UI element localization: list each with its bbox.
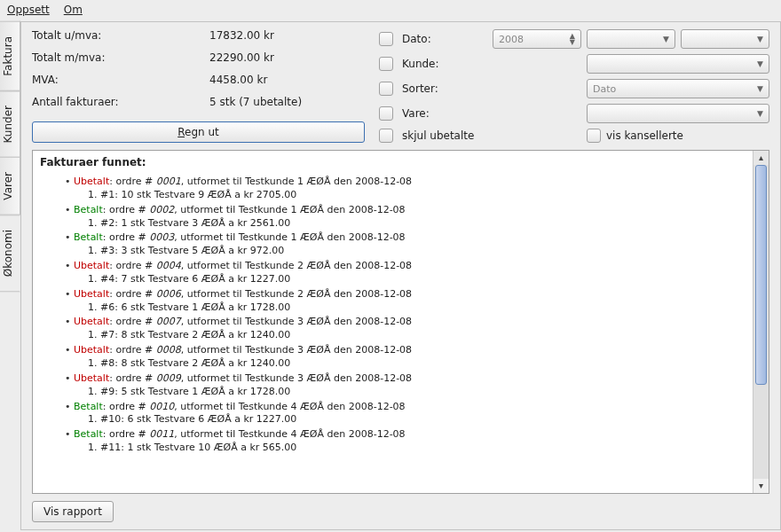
order-line: 1. #1: 10 stk Testvare 9 ÆØÅ a kr 2705.0… bbox=[65, 189, 742, 202]
status-badge: Ubetalt bbox=[74, 288, 109, 300]
date-checkbox[interactable] bbox=[379, 32, 393, 46]
status-badge: Ubetalt bbox=[74, 344, 109, 356]
result-item: Betalt: ordre # 0003, utformet til Testk… bbox=[65, 231, 742, 258]
order-line: 1. #6: 6 stk Testvare 1 ÆØÅ a kr 1728.00 bbox=[65, 301, 742, 315]
order-number: 0004 bbox=[156, 260, 181, 271]
status-badge: Ubetalt bbox=[74, 260, 109, 271]
status-badge: Betalt bbox=[74, 204, 103, 215]
product-checkbox[interactable] bbox=[379, 106, 393, 121]
total-exvat-value: 17832.00 kr bbox=[209, 29, 365, 42]
spinner-icon: ▲▼ bbox=[570, 33, 575, 45]
tab-products[interactable]: Varer bbox=[0, 157, 20, 215]
total-incvat-value: 22290.00 kr bbox=[209, 51, 365, 64]
total-exvat-label: Totalt u/mva: bbox=[32, 29, 209, 42]
filters-grid: Dato: 2008▲▼ ▼ ▼ Kunde: ▼ Sorter: Dato▼ … bbox=[379, 29, 769, 143]
order-number: 0003 bbox=[149, 231, 174, 243]
chevron-down-icon: ▼ bbox=[757, 35, 763, 43]
total-vat-value: 4458.00 kr bbox=[209, 74, 365, 86]
order-line: 1. #11: 1 stk Testvare 10 ÆØÅ a kr 565.0… bbox=[65, 442, 742, 455]
sort-combo[interactable]: Dato▼ bbox=[587, 79, 769, 98]
order-line: 1. #10: 6 stk Testvare 6 ÆØÅ a kr 1227.0… bbox=[65, 413, 742, 426]
tab-customers[interactable]: Kunder bbox=[0, 90, 20, 158]
scroll-up-icon[interactable]: ▴ bbox=[753, 151, 769, 165]
total-incvat-label: Totalt m/mva: bbox=[32, 51, 209, 64]
customer-combo[interactable]: ▼ bbox=[587, 54, 769, 74]
menu-about[interactable]: Om bbox=[64, 4, 83, 18]
invoice-count-label: Antall fakturaer: bbox=[32, 96, 209, 108]
status-badge: Ubetalt bbox=[74, 316, 109, 327]
show-report-button[interactable]: Vis rapport bbox=[32, 501, 114, 522]
result-item: Betalt: ordre # 0002, utformet til Testk… bbox=[65, 204, 742, 231]
product-combo[interactable]: ▼ bbox=[587, 104, 769, 123]
product-label: Vare: bbox=[402, 107, 487, 120]
status-badge: Betalt bbox=[74, 428, 103, 440]
customer-checkbox[interactable] bbox=[379, 57, 393, 71]
scroll-thumb[interactable] bbox=[755, 165, 767, 385]
date-label: Dato: bbox=[402, 33, 487, 45]
result-item: Ubetalt: ordre # 0007, utformet til Test… bbox=[65, 316, 742, 342]
show-cancelled-label: vis kansellerte bbox=[606, 129, 683, 142]
result-item: Ubetalt: ordre # 0004, utformet til Test… bbox=[65, 260, 742, 286]
chevron-down-icon: ▼ bbox=[663, 35, 669, 43]
results-title: Fakturaer funnet: bbox=[33, 151, 753, 172]
order-number: 0001 bbox=[156, 176, 181, 187]
content-panel: Totalt u/mva: 17832.00 kr Totalt m/mva: … bbox=[21, 21, 781, 530]
hide-unpaid-label: skjul ubetalte bbox=[402, 129, 581, 142]
invoice-count-value: 5 stk (7 ubetalte) bbox=[209, 96, 365, 108]
date-spinner[interactable]: 2008▲▼ bbox=[493, 29, 581, 49]
order-line: 1. #2: 1 stk Testvare 3 ÆØÅ a kr 2561.00 bbox=[65, 217, 742, 231]
status-badge: Betalt bbox=[74, 401, 103, 412]
totals-grid: Totalt u/mva: 17832.00 kr Totalt m/mva: … bbox=[32, 29, 365, 143]
order-number: 0009 bbox=[156, 372, 181, 384]
tab-economy[interactable]: Økonomi bbox=[0, 215, 20, 292]
date-combo-1[interactable]: ▼ bbox=[587, 29, 675, 49]
result-item: Betalt: ordre # 0010, utformet til Testk… bbox=[65, 401, 742, 427]
total-vat-label: MVA: bbox=[32, 74, 209, 86]
results-frame: Fakturaer funnet: Ubetalt: ordre # 0001,… bbox=[32, 150, 769, 494]
order-line: 1. #7: 8 stk Testvare 2 ÆØÅ a kr 1240.00 bbox=[65, 329, 742, 342]
sort-label: Sorter: bbox=[402, 82, 487, 95]
scrollbar[interactable]: ▴ ▾ bbox=[753, 151, 769, 493]
chevron-down-icon: ▼ bbox=[757, 84, 763, 93]
menubar: Oppsett Om bbox=[0, 0, 781, 21]
result-item: Ubetalt: ordre # 0009, utformet til Test… bbox=[65, 372, 742, 399]
chevron-down-icon: ▼ bbox=[757, 59, 763, 68]
order-number: 0006 bbox=[156, 288, 181, 300]
scroll-down-icon[interactable]: ▾ bbox=[753, 479, 769, 493]
menu-setup[interactable]: Oppsett bbox=[7, 4, 50, 18]
result-item: Ubetalt: ordre # 0001, utformet til Test… bbox=[65, 176, 742, 202]
status-badge: Ubetalt bbox=[74, 176, 109, 187]
order-number: 0010 bbox=[149, 401, 174, 412]
status-badge: Betalt bbox=[74, 231, 103, 243]
calculate-button[interactable]: Regn ut bbox=[32, 121, 365, 143]
show-cancelled-checkbox[interactable] bbox=[587, 129, 601, 143]
order-number: 0008 bbox=[156, 344, 181, 356]
order-line: 1. #3: 3 stk Testvare 5 ÆØÅ a kr 972.00 bbox=[65, 245, 742, 258]
results-body: Ubetalt: ordre # 0001, utformet til Test… bbox=[33, 172, 753, 493]
result-item: Betalt: ordre # 0011, utformet til Testk… bbox=[65, 428, 742, 455]
date-combo-2[interactable]: ▼ bbox=[681, 29, 769, 49]
customer-label: Kunde: bbox=[402, 58, 487, 70]
order-line: 1. #8: 8 stk Testvare 2 ÆØÅ a kr 1240.00 bbox=[65, 357, 742, 371]
tab-invoice[interactable]: Faktura bbox=[0, 21, 20, 91]
sort-checkbox[interactable] bbox=[379, 82, 393, 96]
order-number: 0002 bbox=[149, 204, 174, 215]
order-line: 1. #9: 5 stk Testvare 1 ÆØÅ a kr 1728.00 bbox=[65, 386, 742, 399]
side-tabs: Faktura Kunder Varer Økonomi bbox=[0, 21, 21, 530]
order-number: 0011 bbox=[149, 428, 174, 440]
chevron-down-icon: ▼ bbox=[757, 109, 763, 118]
order-line: 1. #4: 7 stk Testvare 6 ÆØÅ a kr 1227.00 bbox=[65, 273, 742, 286]
result-item: Ubetalt: ordre # 0008, utformet til Test… bbox=[65, 344, 742, 371]
order-number: 0007 bbox=[156, 316, 181, 327]
status-badge: Ubetalt bbox=[74, 372, 109, 384]
result-item: Ubetalt: ordre # 0006, utformet til Test… bbox=[65, 288, 742, 315]
hide-unpaid-checkbox[interactable] bbox=[379, 129, 393, 143]
